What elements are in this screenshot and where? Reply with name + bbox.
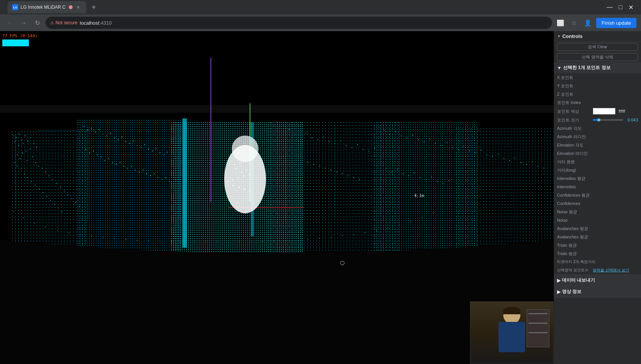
svg-rect-54 [35, 185, 36, 186]
svg-rect-39 [49, 175, 49, 176]
selected-count-link[interactable]: 영역을 선택해서 보기 [593, 268, 629, 273]
slider-track[interactable] [593, 119, 623, 121]
svg-rect-164 [469, 151, 470, 151]
svg-rect-120 [317, 139, 318, 140]
point-size-slider[interactable]: 0.043 [593, 118, 638, 122]
point-info-header[interactable]: ▼ 선택한 1개 포인트 정보 [554, 62, 641, 73]
distance-long-label: 거리(long) [557, 167, 591, 173]
svg-rect-26 [33, 143, 34, 144]
svg-rect-60 [58, 208, 59, 208]
distance-long-row: 거리(long) [554, 166, 641, 174]
x-point-label: X 포인트 [557, 75, 591, 80]
svg-rect-182 [408, 175, 409, 176]
svg-rect-111 [87, 126, 89, 221]
intensities-row: Intensities [554, 183, 641, 191]
reload-btn[interactable]: ↻ [32, 17, 43, 28]
svg-rect-185 [426, 179, 426, 180]
svg-rect-228 [274, 241, 274, 241]
svg-rect-41 [56, 183, 57, 184]
cast-btn[interactable]: ⬜ [555, 17, 566, 28]
security-label: Not secure [55, 20, 78, 25]
svg-rect-154 [412, 135, 413, 136]
svg-rect-209 [57, 230, 58, 231]
finish-update-button[interactable]: Finish update [596, 18, 636, 28]
lidar-viewer[interactable]: 77 FPS (0-144) [0, 31, 554, 364]
svg-rect-4 [76, 118, 182, 270]
svg-rect-28 [30, 149, 30, 150]
svg-rect-77 [133, 140, 134, 141]
svg-rect-43 [64, 191, 65, 191]
svg-rect-196 [249, 173, 250, 175]
svg-rect-78 [137, 145, 138, 146]
svg-rect-156 [424, 141, 424, 142]
svg-rect-93 [104, 160, 105, 161]
svg-rect-108 [161, 179, 162, 180]
svg-rect-199 [232, 179, 233, 180]
svg-rect-115 [289, 129, 290, 130]
svg-rect-190 [228, 160, 229, 161]
svg-rect-132 [285, 156, 286, 157]
svg-point-14 [224, 145, 266, 213]
svg-rect-37 [42, 168, 43, 169]
export-header[interactable]: ▶ 데이터 내보내기 [554, 275, 641, 286]
svg-rect-169 [498, 154, 499, 154]
active-tab[interactable]: LG LG Innotek MLiDAR C × [8, 1, 86, 13]
svg-rect-123 [334, 143, 335, 144]
z-point-label: Z 포인트 [557, 91, 591, 97]
delete-selection-btn[interactable]: 선택 영역을 삭제 [557, 53, 638, 61]
svg-rect-137 [313, 164, 314, 165]
back-btn[interactable]: ← [5, 17, 15, 28]
noise-avg-row: Noise 평균 [554, 208, 641, 216]
profile-btn[interactable]: 👤 [582, 17, 593, 28]
video-header[interactable]: ▶ 영상 정보 [554, 286, 641, 297]
svg-rect-158 [435, 143, 436, 144]
svg-rect-72 [114, 137, 115, 138]
forward-btn[interactable]: → [18, 17, 29, 28]
svg-rect-23 [25, 136, 25, 136]
svg-rect-104 [146, 173, 147, 174]
svg-rect-73 [118, 139, 119, 140]
svg-rect-130 [374, 148, 375, 149]
svg-rect-173 [521, 162, 521, 163]
svg-rect-191 [234, 164, 235, 165]
svg-rect-214 [114, 238, 115, 239]
svg-rect-212 [91, 235, 92, 236]
color-swatch[interactable] [593, 108, 616, 115]
tab-close-btn[interactable]: × [75, 4, 82, 11]
new-tab-btn[interactable]: + [88, 1, 100, 13]
point-info-title: 선택한 1개 포인트 정보 [563, 65, 611, 71]
svg-rect-207 [34, 223, 35, 224]
z-point-row: Z 포인트 [554, 90, 641, 98]
svg-rect-208 [46, 227, 46, 227]
clear-btn[interactable]: 검색 Clear [557, 43, 638, 51]
svg-rect-75 [125, 141, 126, 142]
svg-rect-80 [144, 144, 145, 145]
svg-rect-213 [103, 237, 103, 238]
url-bar[interactable]: ⚠ Not secure localhost:4310 [46, 17, 552, 29]
svg-rect-45 [71, 198, 72, 199]
svg-rect-129 [369, 151, 369, 151]
remaining-dist-label: 타겟까지 2개 측정거리 [557, 259, 595, 265]
svg-rect-165 [475, 153, 476, 153]
svg-rect-150 [389, 134, 390, 134]
svg-rect-103 [142, 170, 143, 170]
bookmark-btn[interactable]: ☆ [569, 17, 579, 28]
svg-rect-151 [395, 131, 396, 132]
svg-rect-189 [448, 180, 449, 181]
maximize-btn[interactable]: □ [619, 4, 622, 11]
svg-rect-218 [160, 241, 160, 241]
svg-rect-109 [165, 177, 166, 178]
minimize-btn[interactable]: — [606, 4, 613, 11]
svg-rect-46 [75, 202, 76, 203]
svg-rect-22 [18, 145, 19, 146]
svg-rect-192 [239, 162, 241, 163]
svg-rect-175 [532, 161, 533, 162]
distance-row: 거리 원본 [554, 158, 641, 166]
svg-rect-197 [243, 175, 244, 176]
selected-count-label: 선택영역 포인트수 [557, 268, 591, 273]
svg-rect-205 [13, 211, 14, 212]
azimuth-rad-row: Azimuth 라디안 [554, 132, 641, 141]
azimuth-deg-row: Azimuth 각도 [554, 124, 641, 132]
close-btn[interactable]: ✕ [628, 4, 633, 11]
svg-rect-235 [353, 234, 354, 235]
